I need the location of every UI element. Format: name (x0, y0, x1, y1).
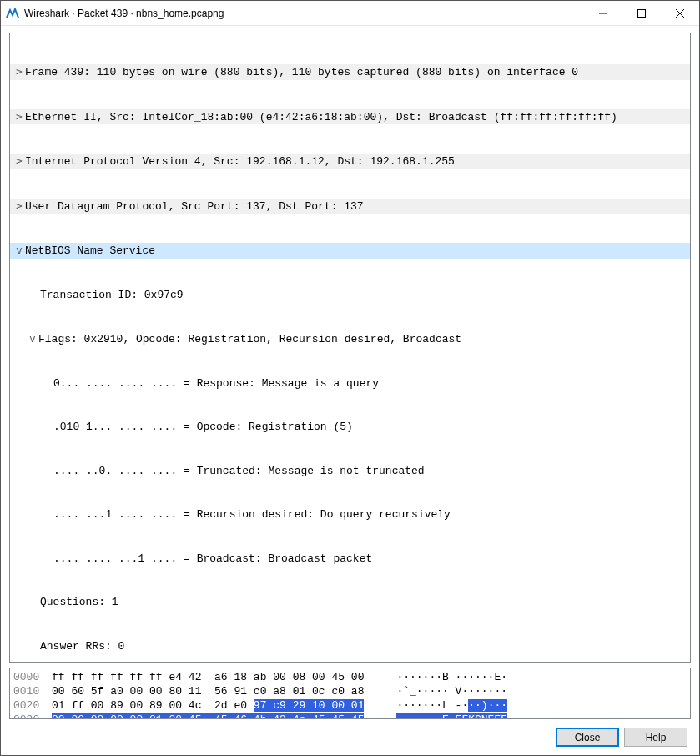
hex-offset: 0010 (13, 684, 52, 698)
hex-row[interactable]: 003000 00 00 00 00 01 20 45 45 46 4b 43 … (13, 713, 687, 719)
close-window-button[interactable] (661, 1, 699, 25)
tree-item-flag[interactable]: .... .... ...1 .... = Broadcast: Broadca… (10, 552, 690, 567)
expand-icon[interactable]: > (13, 199, 25, 214)
hex-bytes: 00 60 5f a0 00 00 80 11 56 91 c0 a8 01 0… (52, 684, 377, 698)
tree-item-txid[interactable]: Transaction ID: 0x97c9 (10, 288, 690, 303)
tree-label: Flags: 0x2910, Opcode: Registration, Rec… (38, 333, 461, 345)
hex-bytes: 01 ff 00 89 00 89 00 4c 2d e0 97 c9 29 1… (52, 698, 377, 713)
tree-item-flag[interactable]: .... ...1 .... .... = Recursion desired:… (10, 507, 690, 522)
tree-label: 0... .... .... .... = Response: Message … (53, 377, 379, 390)
titlebar: Wireshark · Packet 439 · nbns_home.pcapn… (1, 1, 699, 26)
hex-ascii: ······ E EFKCNEEE (396, 713, 538, 719)
hex-row[interactable]: 001000 60 5f a0 00 00 80 11 56 91 c0 a8 … (13, 684, 687, 698)
window-controls (584, 1, 699, 25)
tree-item-flag[interactable]: 0... .... .... .... = Response: Message … (10, 376, 690, 391)
expand-icon[interactable]: > (13, 64, 25, 79)
dialog-buttons: Close Help (9, 719, 691, 752)
window-title: Wireshark · Packet 439 · nbns_home.pcapn… (24, 8, 584, 19)
svg-rect-1 (638, 9, 646, 17)
hex-ascii: ·······B ······E· (396, 670, 538, 684)
tree-item-answer-rrs[interactable]: Answer RRs: 0 (10, 639, 690, 654)
tree-label: .... ...1 .... .... = Recursion desired:… (53, 508, 451, 521)
tree-item-questions[interactable]: Questions: 1 (10, 595, 690, 610)
tree-label: Questions: 1 (40, 596, 118, 608)
expand-icon[interactable]: > (13, 154, 25, 169)
packet-bytes-pane[interactable]: 0000ff ff ff ff ff ff e4 42 a6 18 ab 00 … (9, 668, 691, 719)
wireshark-icon (6, 7, 19, 20)
hex-offset: 0030 (13, 713, 52, 719)
tree-item-udp[interactable]: >User Datagram Protocol, Src Port: 137, … (10, 199, 690, 214)
tree-label: .... .... ...1 .... = Broadcast: Broadca… (53, 552, 372, 565)
hex-offset: 0020 (13, 698, 52, 713)
collapse-icon[interactable]: v (13, 243, 25, 258)
expand-icon[interactable]: > (13, 109, 25, 124)
tree-label: Internet Protocol Version 4, Src: 192.16… (25, 155, 455, 168)
hex-bytes: 00 00 00 00 00 01 20 45 45 46 4b 43 4e 4… (52, 713, 377, 719)
tree-item-flags[interactable]: vFlags: 0x2910, Opcode: Registration, Re… (10, 331, 690, 347)
tree-item-ip[interactable]: >Internet Protocol Version 4, Src: 192.1… (10, 154, 690, 169)
hex-ascii: ·······L -···)··· (396, 698, 538, 713)
close-button[interactable]: Close (556, 728, 619, 747)
tree-label: NetBIOS Name Service (25, 244, 155, 257)
hex-offset: 0000 (13, 670, 52, 684)
tree-label: User Datagram Protocol, Src Port: 137, D… (25, 200, 364, 213)
maximize-button[interactable] (622, 1, 661, 25)
tree-label: .... ..0. .... .... = Truncated: Message… (53, 465, 425, 477)
minimize-button[interactable] (584, 1, 622, 25)
hex-row[interactable]: 0000ff ff ff ff ff ff e4 42 a6 18 ab 00 … (13, 670, 687, 684)
tree-item-flag[interactable]: .010 1... .... .... = Opcode: Registrati… (10, 420, 690, 435)
hex-bytes: ff ff ff ff ff ff e4 42 a6 18 ab 00 08 0… (52, 670, 377, 684)
tree-item-ethernet[interactable]: >Ethernet II, Src: IntelCor_18:ab:00 (e4… (10, 109, 690, 125)
tree-label: Ethernet II, Src: IntelCor_18:ab:00 (e4:… (25, 111, 617, 123)
packet-details-tree[interactable]: >Frame 439: 110 bytes on wire (880 bits)… (9, 33, 691, 663)
collapse-icon[interactable]: v (27, 331, 38, 346)
tree-item-nbns[interactable]: vNetBIOS Name Service (10, 243, 690, 259)
tree-label: Transaction ID: 0x97c9 (40, 289, 184, 301)
help-button[interactable]: Help (624, 728, 687, 747)
hex-ascii: ·`_····· V······· (396, 684, 538, 698)
tree-label: .010 1... .... .... = Opcode: Registrati… (53, 421, 353, 433)
tree-item-frame[interactable]: >Frame 439: 110 bytes on wire (880 bits)… (10, 64, 690, 80)
tree-label: Answer RRs: 0 (40, 640, 124, 653)
tree-item-flag[interactable]: .... ..0. .... .... = Truncated: Message… (10, 464, 690, 479)
tree-label: Frame 439: 110 bytes on wire (880 bits),… (25, 66, 578, 78)
hex-row[interactable]: 002001 ff 00 89 00 89 00 4c 2d e0 97 c9 … (13, 698, 687, 713)
